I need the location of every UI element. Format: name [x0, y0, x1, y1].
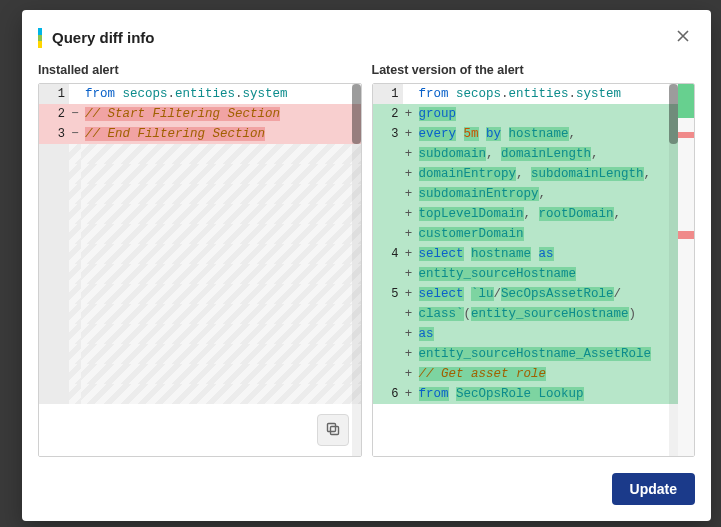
line-number: 2	[39, 104, 69, 124]
update-button[interactable]: Update	[612, 473, 695, 505]
code-line: 6+from SecOpsRole Lookup	[373, 384, 679, 404]
diff-body: Installed alert 1from secops.entities.sy…	[22, 63, 711, 457]
code-line: 2+group	[373, 104, 679, 124]
header-accent-icon	[38, 28, 42, 48]
empty-line	[39, 284, 361, 304]
line-content: domainEntropy, subdomainLength,	[415, 164, 679, 184]
code-line: +subdomain, domainLength,	[373, 144, 679, 164]
line-content: group	[415, 104, 679, 124]
line-number: 6	[373, 384, 403, 404]
query-diff-modal: Query diff info Installed alert 1from se…	[22, 10, 711, 521]
installed-code-pane[interactable]: 1from secops.entities.system2−// Start F…	[38, 83, 362, 457]
diff-sign: −	[69, 124, 81, 144]
line-content: select hostname as	[415, 244, 679, 264]
code-line: 5+select `lu/SecOpsAssetRole/	[373, 284, 679, 304]
line-content: // End Filtering Section	[81, 124, 361, 144]
installed-pane: Installed alert 1from secops.entities.sy…	[38, 63, 362, 457]
line-content: entity_sourceHostname_AssetRole	[415, 344, 679, 364]
empty-line	[39, 244, 361, 264]
diff-sign: +	[403, 184, 415, 204]
line-content: topLevelDomain, rootDomain,	[415, 204, 679, 224]
diff-sign: −	[69, 104, 81, 124]
code-line: +subdomainEntropy,	[373, 184, 679, 204]
line-number: 3	[39, 124, 69, 144]
empty-line	[39, 164, 361, 184]
line-content: from secops.entities.system	[81, 84, 361, 104]
copy-icon	[325, 421, 341, 440]
left-scrollbar[interactable]	[352, 84, 361, 456]
empty-line	[39, 364, 361, 384]
empty-line	[39, 184, 361, 204]
diff-sign: +	[403, 384, 415, 404]
line-number: 5	[373, 284, 403, 304]
diff-sign: +	[403, 144, 415, 164]
code-line: +entity_sourceHostname_AssetRole	[373, 344, 679, 364]
diff-sign: +	[403, 164, 415, 184]
code-line: 4+select hostname as	[373, 244, 679, 264]
minimap-block	[678, 231, 694, 239]
diff-minimap[interactable]	[678, 84, 694, 456]
code-line: 3−// End Filtering Section	[39, 124, 361, 144]
diff-sign: +	[403, 244, 415, 264]
installed-code[interactable]: 1from secops.entities.system2−// Start F…	[39, 84, 361, 456]
right-scrollbar[interactable]	[669, 84, 678, 456]
line-content: from SecOpsRole Lookup	[415, 384, 679, 404]
code-line: +entity_sourceHostname	[373, 264, 679, 284]
close-icon	[675, 28, 691, 47]
empty-line	[39, 324, 361, 344]
left-scroll-thumb[interactable]	[352, 84, 361, 144]
code-line: 3+every 5m by hostname,	[373, 124, 679, 144]
diff-sign: +	[403, 324, 415, 344]
latest-label: Latest version of the alert	[372, 63, 696, 77]
modal-footer: Update	[22, 457, 711, 521]
installed-label: Installed alert	[38, 63, 362, 77]
latest-code[interactable]: 1from secops.entities.system2+group3+eve…	[373, 84, 679, 456]
empty-line	[39, 344, 361, 364]
empty-line	[39, 264, 361, 284]
code-line: +class`(entity_sourceHostname)	[373, 304, 679, 324]
diff-sign: +	[403, 344, 415, 364]
line-content: subdomain, domainLength,	[415, 144, 679, 164]
line-content: select `lu/SecOpsAssetRole/	[415, 284, 679, 304]
diff-sign: +	[403, 224, 415, 244]
code-line: +topLevelDomain, rootDomain,	[373, 204, 679, 224]
code-line: 1from secops.entities.system	[39, 84, 361, 104]
diff-sign: +	[403, 124, 415, 144]
empty-line	[39, 304, 361, 324]
line-content: as	[415, 324, 679, 344]
right-scroll-thumb[interactable]	[669, 84, 678, 144]
svg-rect-0	[330, 426, 338, 434]
line-number: 1	[373, 84, 403, 104]
line-content: customerDomain	[415, 224, 679, 244]
line-number: 1	[39, 84, 69, 104]
code-line: +domainEntropy, subdomainLength,	[373, 164, 679, 184]
modal-header: Query diff info	[22, 10, 711, 63]
line-content: // Get asset role	[415, 364, 679, 384]
line-content: every 5m by hostname,	[415, 124, 679, 144]
line-content: class`(entity_sourceHostname)	[415, 304, 679, 324]
code-line: +as	[373, 324, 679, 344]
diff-sign: +	[403, 204, 415, 224]
line-content: entity_sourceHostname	[415, 264, 679, 284]
minimap-block	[678, 132, 694, 138]
line-number: 3	[373, 124, 403, 144]
diff-sign: +	[403, 104, 415, 124]
svg-rect-1	[327, 423, 335, 431]
line-content: // Start Filtering Section	[81, 104, 361, 124]
modal-title: Query diff info	[52, 29, 155, 46]
empty-line	[39, 144, 361, 164]
code-line: +customerDomain	[373, 224, 679, 244]
code-line: +// Get asset role	[373, 364, 679, 384]
close-button[interactable]	[671, 24, 695, 51]
latest-pane: Latest version of the alert 1from secops…	[372, 63, 696, 457]
diff-sign: +	[403, 264, 415, 284]
empty-line	[39, 224, 361, 244]
latest-code-pane[interactable]: 1from secops.entities.system2+group3+eve…	[372, 83, 696, 457]
line-content: subdomainEntropy,	[415, 184, 679, 204]
copy-button[interactable]	[317, 414, 349, 446]
code-line: 2−// Start Filtering Section	[39, 104, 361, 124]
diff-sign: +	[403, 364, 415, 384]
empty-line	[39, 384, 361, 404]
line-number: 4	[373, 244, 403, 264]
diff-sign: +	[403, 284, 415, 304]
